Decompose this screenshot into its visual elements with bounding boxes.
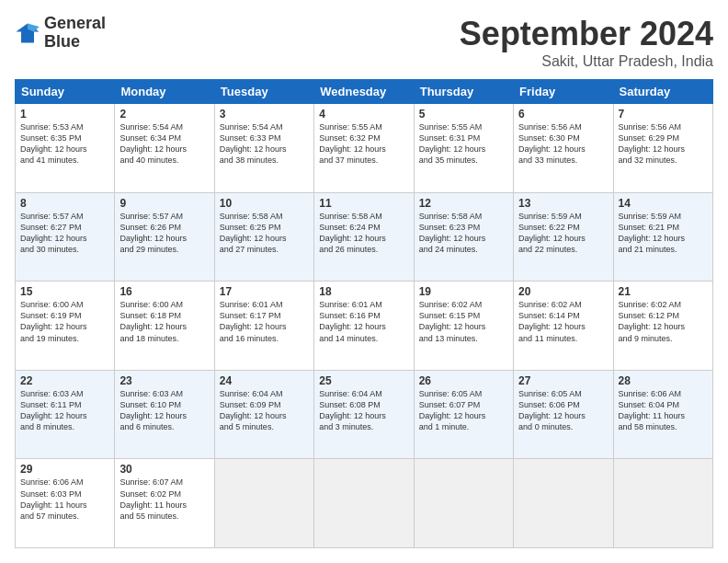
logo-text: General Blue <box>44 15 106 52</box>
table-row: 26Sunrise: 6:05 AM Sunset: 6:07 PM Dayli… <box>414 370 513 459</box>
day-number: 29 <box>20 463 109 476</box>
day-info: Sunrise: 6:02 AM Sunset: 6:15 PM Dayligh… <box>419 299 508 344</box>
day-info: Sunrise: 6:00 AM Sunset: 6:19 PM Dayligh… <box>20 299 109 344</box>
table-row <box>414 459 513 548</box>
day-number: 24 <box>220 374 309 387</box>
day-number: 8 <box>20 197 109 210</box>
table-row: 3Sunrise: 5:54 AM Sunset: 6:33 PM Daylig… <box>214 104 313 193</box>
day-info: Sunrise: 5:55 AM Sunset: 6:32 PM Dayligh… <box>319 121 408 167</box>
day-info: Sunrise: 6:04 AM Sunset: 6:08 PM Dayligh… <box>319 388 408 433</box>
table-row: 15Sunrise: 6:00 AM Sunset: 6:19 PM Dayli… <box>16 282 115 371</box>
table-row: 28Sunrise: 6:06 AM Sunset: 6:04 PM Dayli… <box>613 370 712 459</box>
day-info: Sunrise: 5:57 AM Sunset: 6:27 PM Dayligh… <box>20 211 109 256</box>
day-info: Sunrise: 6:04 AM Sunset: 6:09 PM Dayligh… <box>220 388 309 433</box>
day-info: Sunrise: 6:02 AM Sunset: 6:14 PM Dayligh… <box>518 299 608 344</box>
day-info: Sunrise: 6:02 AM Sunset: 6:12 PM Dayligh… <box>619 299 708 344</box>
day-number: 12 <box>419 197 508 210</box>
table-row: 2Sunrise: 5:54 AM Sunset: 6:34 PM Daylig… <box>115 104 214 193</box>
calendar-header-row: Sunday Monday Tuesday Wednesday Thursday… <box>16 80 713 104</box>
col-thursday: Thursday <box>414 80 513 104</box>
day-info: Sunrise: 5:58 AM Sunset: 6:25 PM Dayligh… <box>220 211 309 256</box>
table-row <box>214 459 313 548</box>
calendar-table: Sunday Monday Tuesday Wednesday Thursday… <box>15 79 713 548</box>
day-info: Sunrise: 6:05 AM Sunset: 6:07 PM Dayligh… <box>419 388 508 433</box>
col-saturday: Saturday <box>613 80 712 104</box>
calendar-week-row: 8Sunrise: 5:57 AM Sunset: 6:27 PM Daylig… <box>16 192 713 282</box>
day-number: 28 <box>619 374 708 387</box>
day-number: 13 <box>518 197 608 210</box>
calendar-week-row: 29Sunrise: 6:06 AM Sunset: 6:03 PM Dayli… <box>16 459 713 548</box>
day-number: 1 <box>20 108 109 121</box>
day-number: 14 <box>619 197 708 210</box>
table-row: 7Sunrise: 5:56 AM Sunset: 6:29 PM Daylig… <box>613 104 712 193</box>
day-number: 26 <box>419 374 508 387</box>
table-row <box>314 459 414 548</box>
day-number: 21 <box>619 285 708 298</box>
calendar-week-row: 22Sunrise: 6:03 AM Sunset: 6:11 PM Dayli… <box>16 370 713 459</box>
day-number: 18 <box>319 285 408 298</box>
day-number: 11 <box>319 197 408 210</box>
col-sunday: Sunday <box>16 80 115 104</box>
day-info: Sunrise: 6:01 AM Sunset: 6:16 PM Dayligh… <box>319 299 408 344</box>
logo-icon <box>15 20 40 46</box>
calendar-week-row: 1Sunrise: 5:53 AM Sunset: 6:35 PM Daylig… <box>16 104 713 193</box>
table-row: 14Sunrise: 5:59 AM Sunset: 6:21 PM Dayli… <box>613 192 712 282</box>
day-number: 19 <box>419 285 508 298</box>
day-number: 5 <box>419 108 508 121</box>
day-number: 16 <box>119 285 209 298</box>
day-number: 22 <box>20 374 109 387</box>
table-row: 24Sunrise: 6:04 AM Sunset: 6:09 PM Dayli… <box>214 370 313 459</box>
day-info: Sunrise: 6:06 AM Sunset: 6:03 PM Dayligh… <box>20 477 109 522</box>
table-row: 22Sunrise: 6:03 AM Sunset: 6:11 PM Dayli… <box>16 370 115 459</box>
title-area: September 2024 Sakit, Uttar Pradesh, Ind… <box>460 15 713 70</box>
day-info: Sunrise: 5:53 AM Sunset: 6:35 PM Dayligh… <box>20 121 109 167</box>
day-number: 3 <box>220 108 309 121</box>
day-number: 25 <box>319 374 408 387</box>
col-tuesday: Tuesday <box>214 80 313 104</box>
table-row: 29Sunrise: 6:06 AM Sunset: 6:03 PM Dayli… <box>16 459 115 548</box>
col-wednesday: Wednesday <box>314 80 414 104</box>
table-row: 20Sunrise: 6:02 AM Sunset: 6:14 PM Dayli… <box>514 282 613 371</box>
day-number: 23 <box>119 374 209 387</box>
day-number: 27 <box>518 374 608 387</box>
table-row <box>514 459 613 548</box>
calendar-week-row: 15Sunrise: 6:00 AM Sunset: 6:19 PM Dayli… <box>16 282 713 371</box>
table-row: 16Sunrise: 6:00 AM Sunset: 6:18 PM Dayli… <box>115 282 214 371</box>
table-row: 21Sunrise: 6:02 AM Sunset: 6:12 PM Dayli… <box>613 282 712 371</box>
table-row: 18Sunrise: 6:01 AM Sunset: 6:16 PM Dayli… <box>314 282 414 371</box>
table-row: 23Sunrise: 6:03 AM Sunset: 6:10 PM Dayli… <box>115 370 214 459</box>
day-info: Sunrise: 6:07 AM Sunset: 6:02 PM Dayligh… <box>119 477 209 522</box>
day-number: 10 <box>220 197 309 210</box>
day-info: Sunrise: 5:58 AM Sunset: 6:23 PM Dayligh… <box>419 211 508 256</box>
table-row: 12Sunrise: 5:58 AM Sunset: 6:23 PM Dayli… <box>414 192 513 282</box>
table-row: 1Sunrise: 5:53 AM Sunset: 6:35 PM Daylig… <box>16 104 115 193</box>
month-title: September 2024 <box>460 15 713 53</box>
table-row: 25Sunrise: 6:04 AM Sunset: 6:08 PM Dayli… <box>314 370 414 459</box>
table-row: 27Sunrise: 6:05 AM Sunset: 6:06 PM Dayli… <box>514 370 613 459</box>
table-row: 6Sunrise: 5:56 AM Sunset: 6:30 PM Daylig… <box>514 104 613 193</box>
table-row: 4Sunrise: 5:55 AM Sunset: 6:32 PM Daylig… <box>314 104 414 193</box>
table-row: 5Sunrise: 5:55 AM Sunset: 6:31 PM Daylig… <box>414 104 513 193</box>
col-friday: Friday <box>514 80 613 104</box>
day-number: 6 <box>518 108 608 121</box>
table-row: 9Sunrise: 5:57 AM Sunset: 6:26 PM Daylig… <box>115 192 214 282</box>
day-info: Sunrise: 6:03 AM Sunset: 6:10 PM Dayligh… <box>119 388 209 433</box>
table-row: 13Sunrise: 5:59 AM Sunset: 6:22 PM Dayli… <box>514 192 613 282</box>
page-header: General Blue September 2024 Sakit, Uttar… <box>15 15 713 70</box>
location-subtitle: Sakit, Uttar Pradesh, India <box>460 53 713 70</box>
day-info: Sunrise: 5:56 AM Sunset: 6:30 PM Dayligh… <box>518 121 608 167</box>
col-monday: Monday <box>115 80 214 104</box>
day-number: 20 <box>518 285 608 298</box>
day-number: 2 <box>119 108 209 121</box>
day-info: Sunrise: 5:55 AM Sunset: 6:31 PM Dayligh… <box>419 121 508 167</box>
table-row: 19Sunrise: 6:02 AM Sunset: 6:15 PM Dayli… <box>414 282 513 371</box>
table-row <box>613 459 712 548</box>
logo: General Blue <box>15 15 106 52</box>
table-row: 10Sunrise: 5:58 AM Sunset: 6:25 PM Dayli… <box>214 192 313 282</box>
day-info: Sunrise: 6:03 AM Sunset: 6:11 PM Dayligh… <box>20 388 109 433</box>
day-number: 9 <box>119 197 209 210</box>
day-number: 15 <box>20 285 109 298</box>
day-info: Sunrise: 6:05 AM Sunset: 6:06 PM Dayligh… <box>518 388 608 433</box>
day-info: Sunrise: 5:54 AM Sunset: 6:33 PM Dayligh… <box>220 121 309 167</box>
day-number: 4 <box>319 108 408 121</box>
